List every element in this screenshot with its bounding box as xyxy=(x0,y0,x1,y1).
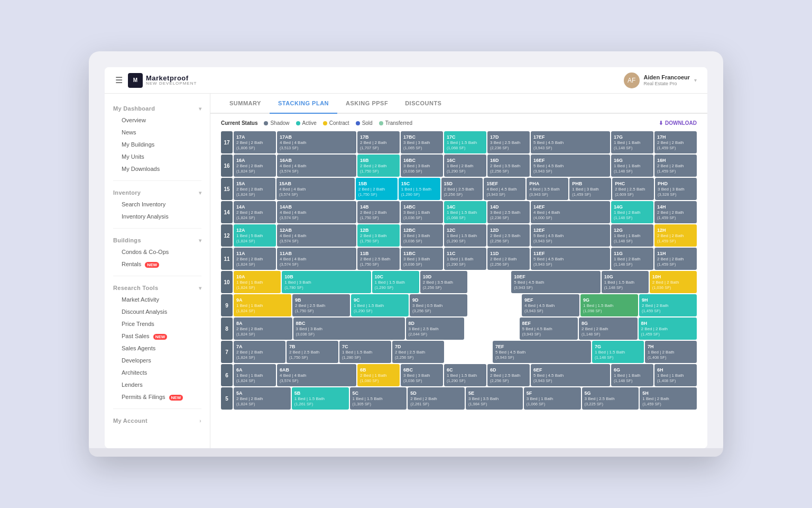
unit-9a[interactable]: 9A1 Bed | 1 Bath(1,824 SF) xyxy=(234,294,291,316)
unit-15pha[interactable]: PHA4 Bed | 3.5 Bath(3,943 SF) xyxy=(527,178,568,200)
unit-16g[interactable]: 16G1 Bed | 1 Bath(1,148 SF) xyxy=(611,155,653,177)
unit-6g[interactable]: 6G1 Bed | 1 Bath(1,148 SF) xyxy=(611,364,653,386)
sidebar-item-news[interactable]: News xyxy=(113,126,201,138)
unit-14bc[interactable]: 14BC3 Bed | 1 Bath(3,036 SF) xyxy=(401,201,443,223)
unit-16b[interactable]: 16B2 Bed | 2 Bath(1,750 SF) xyxy=(357,155,400,177)
unit-15phc[interactable]: PHC2 Bed | 2.5 Bath(2,609 SF) xyxy=(612,178,654,200)
unit-16a[interactable]: 16A2 Bed | 2 Bath(1,824 SF) xyxy=(234,155,276,177)
unit-14ef[interactable]: 14EF4 Bed | 4 Bath(4,000 SF) xyxy=(531,201,610,223)
unit-15b[interactable]: 15B2 Bed | 2 Bath(1,750 SF) xyxy=(356,178,398,200)
sidebar-section-dashboard[interactable]: My Dashboard ▾ xyxy=(113,102,201,114)
unit-15ef[interactable]: 15EF4 Bed | 4.5 Bath(3,943 SF) xyxy=(484,178,525,200)
unit-7c[interactable]: 7C1 Bed | 1.5 Bath(1,280 SF) xyxy=(339,341,391,363)
sidebar-section-account[interactable]: My Account › xyxy=(113,414,201,426)
sidebar-item-past-sales[interactable]: Past Sales NEW xyxy=(113,330,201,342)
unit-11bc[interactable]: 11BC3 Bed | 3 Bath(3,036 SF) xyxy=(401,248,443,270)
unit-14h[interactable]: 14H2 Bed | 2 Bath(1,459 SF) xyxy=(654,201,697,223)
unit-12ef[interactable]: 12EF5 Bed | 4.5 Bath(3,943 SF) xyxy=(531,224,610,247)
sidebar-item-sales-agents[interactable]: Sales Agents xyxy=(113,342,201,354)
unit-7a[interactable]: 7A2 Bed | 2 Bath(1,824 SF) xyxy=(234,341,285,363)
unit-15ab[interactable]: 15AB4 Bed | 4 Bath(3,574 SF) xyxy=(276,178,355,200)
unit-15phd[interactable]: PHD3 Bed | 3 Bath(3,328 SF) xyxy=(655,178,697,200)
download-button[interactable]: ⬇ DOWNLOAD xyxy=(659,120,697,126)
unit-17b[interactable]: 17B2 Bed | 2 Bath(1,707 SF) xyxy=(357,131,400,153)
unit-6d[interactable]: 6D2 Bed | 2.5 Bath(2,256 SF) xyxy=(487,364,530,386)
unit-6a[interactable]: 6A1 Bed | 1 Bath(1,824 SF) xyxy=(234,364,276,386)
unit-9g[interactable]: 9G1 Bed | 1.5 Bath(1,098 SF) xyxy=(580,294,638,316)
unit-15phb[interactable]: PHB1 Bed | 3 Bath(1,459 SF) xyxy=(569,178,611,200)
sidebar-item-developers[interactable]: Developers xyxy=(113,355,201,366)
unit-9d[interactable]: 9D3 Bed | 0.5 Bath(3,256 SF) xyxy=(410,294,467,316)
sidebar-section-research[interactable]: Research Tools ▾ xyxy=(113,282,201,293)
unit-10a[interactable]: 10A1 Bed | 1 Bath(1,824 SF) xyxy=(234,271,281,293)
sidebar-item-condos[interactable]: Condos & Co-Ops xyxy=(113,246,201,258)
unit-5c[interactable]: 5C1 Bed | 1.5 Bath(1,305 SF) xyxy=(350,387,407,410)
sidebar-item-discount-analysis[interactable]: Discount Analysis xyxy=(113,306,201,318)
unit-14a[interactable]: 14A2 Bed | 2 Bath(1,824 SF) xyxy=(234,201,276,223)
unit-17d[interactable]: 17D3 Bed | 2.5 Bath(2,236 SF) xyxy=(487,131,530,153)
unit-8bc[interactable]: 8BC3 Bed | 3 Bath(3,036 SF) xyxy=(293,318,405,340)
unit-12a[interactable]: 12A1 Bed | 5 Bath(1,824 SF) xyxy=(234,224,276,247)
unit-5g[interactable]: 5G3 Bed | 2.5 Bath(3,225 SF) xyxy=(582,387,639,410)
unit-8ef[interactable]: 8EF5 Bed | 4.5 Bath(3,943 SF) xyxy=(520,318,578,340)
unit-12ab[interactable]: 12AB4 Bed | 4 Bath(3,574 SF) xyxy=(277,224,356,247)
unit-12b[interactable]: 12B2 Bed | 3 Bath(1,750 SF) xyxy=(357,224,400,247)
sidebar-item-buildings[interactable]: My Buildings xyxy=(113,139,201,150)
unit-7g[interactable]: 7G1 Bed | 1.5 Bath(1,148 SF) xyxy=(592,341,644,363)
user-chevron-icon[interactable]: ▾ xyxy=(694,77,697,83)
unit-16ef[interactable]: 16EF5 Bed | 4.5 Bath(3,943 SF) xyxy=(531,155,610,177)
unit-16c[interactable]: 16C1 Bed | 2 Bath(1,290 SF) xyxy=(444,155,486,177)
unit-7d[interactable]: 7D2 Bed | 2.5 Bath(2,256 SF) xyxy=(392,341,444,363)
unit-6bc[interactable]: 6BC3 Bed | 3 Bath(3,036 SF) xyxy=(401,364,443,386)
unit-10g[interactable]: 10G1 Bed | 1.5 Bath(1,148 SF) xyxy=(602,271,649,293)
tab-discounts[interactable]: DISCOUNTS xyxy=(396,94,450,114)
unit-5d[interactable]: 5D2 Bed | 2 Bath(2,261 SF) xyxy=(408,387,465,410)
sidebar-item-price-trends[interactable]: Price Trends xyxy=(113,318,201,330)
unit-12bc[interactable]: 12BC3 Bed | 3 Bath(3,036 SF) xyxy=(401,224,443,247)
unit-10d[interactable]: 10D2 Bed | 3.5 Bath(2,256 SF) xyxy=(420,271,467,293)
unit-7h[interactable]: 7H1 Bed | 2 Bath(1,408 SF) xyxy=(645,341,697,363)
unit-17bc[interactable]: 17BC3 Bed | 3 Bath(1,065 SF) xyxy=(401,131,443,153)
unit-10h[interactable]: 10H2 Bed | 2 Bath(1,036 SF) xyxy=(650,271,697,293)
unit-8h[interactable]: 8H2 Bed | 2 Bath(1,459 SF) xyxy=(639,318,697,340)
unit-8g[interactable]: 8G2 Bed | 2 Bath(1,148 SF) xyxy=(579,318,638,340)
unit-17ab[interactable]: 17AB4 Bed | 4 Bath(3,513 SF) xyxy=(277,131,356,153)
unit-17c[interactable]: 17C1 Bed | 1.5 Bath(1,068 SF) xyxy=(444,131,486,153)
unit-12h[interactable]: 12H2 Bed | 2 Bath(1,459 SF) xyxy=(654,224,697,247)
unit-16ab[interactable]: 16AB4 Bed | 4 Bath(3,574 SF) xyxy=(277,155,356,177)
unit-16bc[interactable]: 16BC3 Bed | 3 Bath(3,036 SF) xyxy=(401,155,443,177)
sidebar-item-rentals[interactable]: Rentals NEW xyxy=(113,258,201,270)
unit-11b[interactable]: 11B2 Bed | 2.5 Bath(1,750 SF) xyxy=(357,248,400,270)
unit-11c[interactable]: 11C1 Bed | 1 Bath(1,290 SF) xyxy=(444,248,486,270)
unit-5b[interactable]: 5B1 Bed | 1.5 Bath(1,261 SF) xyxy=(292,387,349,410)
unit-12d[interactable]: 12D2 Bed | 2.5 Bath(2,256 SF) xyxy=(487,224,530,247)
unit-17ef[interactable]: 17EF5 Bed | 4.5 Bath(3,943 SF) xyxy=(531,131,610,153)
unit-5e[interactable]: 5E3 Bed | 3.5 Bath(1,984 SF) xyxy=(466,387,523,410)
tab-asking-ppsf[interactable]: ASKING PPSF xyxy=(337,94,396,114)
unit-17a[interactable]: 17A2 Bed | 2 Bath(1,806 SF) xyxy=(234,131,276,153)
unit-6h[interactable]: 6H1 Bed | 1 Bath(1,408 SF) xyxy=(654,364,697,386)
unit-8d[interactable]: 8D3 Bed | 2.5 Bath(2,044 SF) xyxy=(406,318,465,340)
sidebar-item-inventory-analysis[interactable]: Inventory Analysis xyxy=(113,211,201,222)
unit-10c[interactable]: 10C1 Bed | 1.5 Bath(1,290 SF) xyxy=(372,271,419,293)
unit-5f[interactable]: 5F3 Bed | 1 Bath(1,066 SF) xyxy=(524,387,581,410)
sidebar-item-permits[interactable]: Permits & Filings NEW xyxy=(113,391,201,403)
unit-14ab[interactable]: 14AB4 Bed | 4 Bath(3,574 SF) xyxy=(277,201,356,223)
unit-15a[interactable]: 15A2 Bed | 2 Bath(1,824 SF) xyxy=(234,178,275,200)
unit-6b[interactable]: 6B2 Bed | 1 Bath(1,080 SF) xyxy=(357,364,400,386)
unit-9ef[interactable]: 9EF4 Bed | 4.5 Bath(3,943 SF) xyxy=(522,294,579,316)
unit-11h[interactable]: 11H2 Bed | 2 Bath(1,459 SF) xyxy=(654,248,697,270)
unit-14c[interactable]: 14C1 Bed | 1.5 Bath(1,068 SF) xyxy=(444,201,486,223)
unit-6c[interactable]: 6C1 Bed | 1.5 Bath(1,290 SF) xyxy=(444,364,486,386)
unit-17h[interactable]: 17H2 Bed | 2 Bath(1,459 SF) xyxy=(654,131,697,153)
unit-11ab[interactable]: 11AB4 Bed | 4 Bath(3,574 SF) xyxy=(277,248,356,270)
sidebar-item-market-activity[interactable]: Market Activity xyxy=(113,294,201,305)
unit-12g[interactable]: 12G1 Bed | 1 Bath(1,148 SF) xyxy=(611,224,653,247)
unit-12c[interactable]: 12C1 Bed | 1.5 Bath(1,290 SF) xyxy=(444,224,486,247)
unit-11g[interactable]: 11G1 Bed | 2 Bath(1,148 SF) xyxy=(611,248,653,270)
unit-7ef[interactable]: 7EF5 Bed | 4.5 Bath(3,943 SF) xyxy=(493,341,591,363)
unit-7b[interactable]: 7B2 Bed | 2.5 Bath(1,750 SF) xyxy=(287,341,338,363)
sidebar-item-overview[interactable]: Overview xyxy=(113,114,201,126)
unit-9c[interactable]: 9C1 Bed | 1.5 Bath(1,290 SF) xyxy=(351,294,409,316)
unit-6ef[interactable]: 6EF5 Bed | 4.5 Bath(3,943 SF) xyxy=(531,364,610,386)
